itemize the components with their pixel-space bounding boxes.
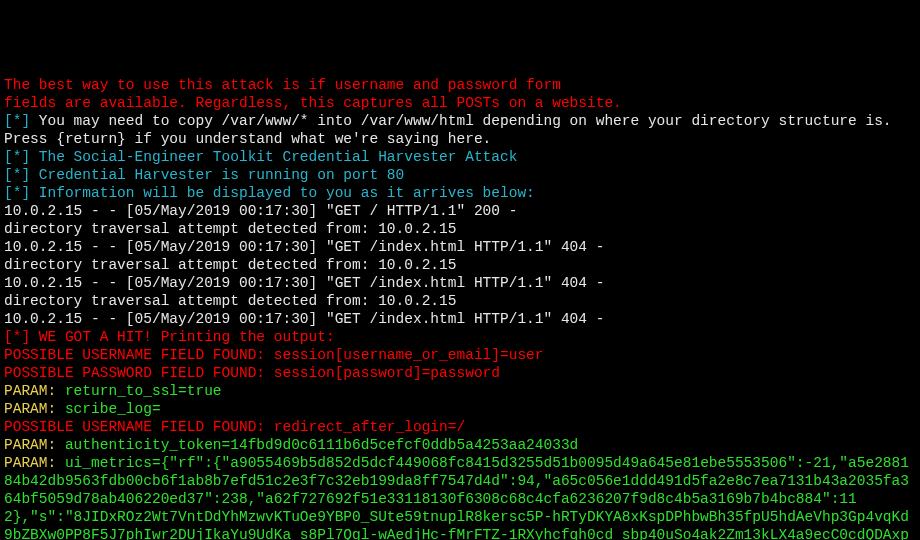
- copy-msg: You may need to copy /var/www/* into /va…: [30, 113, 891, 129]
- info-msg: Information will be displayed to you as …: [30, 185, 535, 201]
- redirect-found: POSSIBLE USERNAME FIELD FOUND: redirect_…: [4, 418, 916, 436]
- star-prefix: [*]: [4, 149, 30, 165]
- param-auth: PARAM: authenticity_token=14fbd9d0c6111b…: [4, 436, 916, 454]
- http-log-1: 10.0.2.15 - - [05/May/2019 00:17:30] "GE…: [4, 202, 916, 220]
- param-value: scribe_log=: [65, 401, 161, 417]
- star-prefix: [*]: [4, 185, 30, 201]
- param-label: PARAM:: [4, 437, 65, 453]
- param-return: PARAM: return_to_ssl=true: [4, 382, 916, 400]
- intro-line-1: The best way to use this attack is if us…: [4, 76, 916, 94]
- hit-announce: [*] WE GOT A HIT! Printing the output:: [4, 328, 916, 346]
- info-display-line: [*] Information will be displayed to you…: [4, 184, 916, 202]
- copy-notice: [*] You may need to copy /var/www/* into…: [4, 112, 916, 130]
- http-log-4: 10.0.2.15 - - [05/May/2019 00:17:30] "GE…: [4, 310, 916, 328]
- param-value: authenticity_token=14fbd9d0c6111b6d5cefc…: [65, 437, 578, 453]
- param-label: PARAM:: [4, 401, 65, 417]
- harvester-msg: Credential Harvester is running on port …: [30, 167, 404, 183]
- star-prefix: [*]: [4, 167, 30, 183]
- press-return: Press {return} if you understand what we…: [4, 130, 916, 148]
- http-log-2: 10.0.2.15 - - [05/May/2019 00:17:30] "GE…: [4, 238, 916, 256]
- username-found: POSSIBLE USERNAME FIELD FOUND: session[u…: [4, 346, 916, 364]
- param-scribe: PARAM: scribe_log=: [4, 400, 916, 418]
- param-ui-metrics: PARAM: ui_metrics={"rf":{"a9055469b5d852…: [4, 454, 916, 540]
- intro-line-2: fields are available. Regardless, this c…: [4, 94, 916, 112]
- star-prefix: [*]: [4, 113, 30, 129]
- http-log-3: 10.0.2.15 - - [05/May/2019 00:17:30] "GE…: [4, 274, 916, 292]
- param-label: PARAM:: [4, 455, 65, 471]
- param-value: return_to_ssl=true: [65, 383, 222, 399]
- traversal-2: directory traversal attempt detected fro…: [4, 256, 916, 274]
- terminal-output: The best way to use this attack is if us…: [4, 76, 916, 540]
- password-found: POSSIBLE PASSWORD FIELD FOUND: session[p…: [4, 364, 916, 382]
- param-label: PARAM:: [4, 383, 65, 399]
- traversal-1: directory traversal attempt detected fro…: [4, 220, 916, 238]
- set-cred-msg: The Social-Engineer Toolkit Credential H…: [30, 149, 517, 165]
- traversal-3: directory traversal attempt detected fro…: [4, 292, 916, 310]
- param-value: ui_metrics={"rf":{"a9055469b5d852d5dcf44…: [4, 455, 909, 540]
- harvester-running: [*] Credential Harvester is running on p…: [4, 166, 916, 184]
- set-credential-line: [*] The Social-Engineer Toolkit Credenti…: [4, 148, 916, 166]
